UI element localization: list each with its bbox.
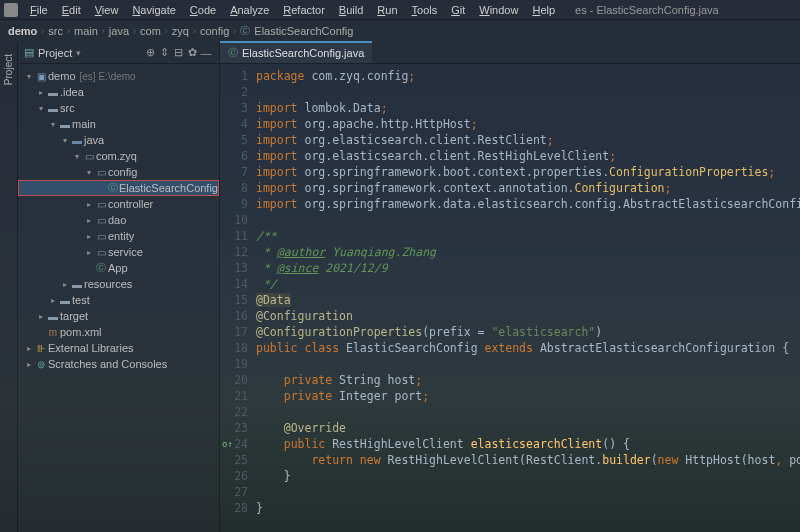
code-line[interactable]: return new RestHighLevelClient(RestClien… [256,452,800,468]
menu-analyze[interactable]: Analyze [224,2,275,18]
tree-arrow-icon[interactable]: ▸ [84,232,94,241]
code-line[interactable]: package com.zyq.config; [256,68,800,84]
tree-arrow-icon[interactable]: ▸ [24,344,34,353]
code-line[interactable]: @ConfigurationProperties(prefix = "elast… [256,324,800,340]
code-line[interactable]: /** [256,228,800,244]
tree-item-controller[interactable]: ▸▭ controller [18,196,219,212]
tree-arrow-icon[interactable]: ▸ [36,88,46,97]
code-line[interactable]: */ [256,276,800,292]
override-gutter-icon[interactable]: o↑ [222,436,233,452]
code-line[interactable] [256,404,800,420]
tree-arrow-icon[interactable]: ▸ [48,296,58,305]
menu-code[interactable]: Code [184,2,222,18]
tree-arrow-icon[interactable]: ▸ [84,200,94,209]
select-opened-icon[interactable]: ⊕ [143,46,157,59]
project-tree[interactable]: ▾▣ demo[es] E:\demo▸▬ .idea▾▬ src▾▬ main… [18,64,219,532]
menu-help[interactable]: Help [526,2,561,18]
tree-item-main[interactable]: ▾▬ main [18,116,219,132]
expand-all-icon[interactable]: ⇕ [157,46,171,59]
breadcrumb-seg[interactable]: java [109,25,129,37]
app-icon [4,3,18,17]
menu-build[interactable]: Build [333,2,369,18]
tree-item-dao[interactable]: ▸▭ dao [18,212,219,228]
window-title: es - ElasticSearchConfig.java [575,4,719,16]
dropdown-icon[interactable]: ▾ [76,48,81,58]
tree-arrow-icon[interactable]: ▾ [36,104,46,113]
code-line[interactable] [256,212,800,228]
tree-item-service[interactable]: ▸▭ service [18,244,219,260]
code-line[interactable]: import org.springframework.boot.context.… [256,164,800,180]
code-line[interactable]: import org.springframework.context.annot… [256,180,800,196]
code-line[interactable]: import org.elasticsearch.client.RestClie… [256,132,800,148]
settings-icon[interactable]: ✿ [185,46,199,59]
breadcrumb-seg[interactable]: main [74,25,98,37]
tree-item-app[interactable]: Ⓒ App [18,260,219,276]
editor-tab-active[interactable]: Ⓒ ElasticSearchConfig.java [220,41,372,63]
tree-item-config[interactable]: ▾▭ config [18,164,219,180]
code-line[interactable]: @Configuration [256,308,800,324]
tree-item-pom-xml[interactable]: m pom.xml [18,324,219,340]
breadcrumb-seg[interactable]: demo [8,25,37,37]
tree-item-target[interactable]: ▸▬ target [18,308,219,324]
code-line[interactable]: * @author Yuanqiang.Zhang [256,244,800,260]
tree-arrow-icon[interactable]: ▾ [24,72,34,81]
tree-item-scratches-and-consoles[interactable]: ▸⊚ Scratches and Consoles [18,356,219,372]
hide-icon[interactable]: — [199,47,213,59]
code-line[interactable] [256,356,800,372]
tree-arrow-icon[interactable]: ▸ [36,312,46,321]
line-number: 17 [220,324,248,340]
menu-window[interactable]: Window [473,2,524,18]
menu-view[interactable]: View [89,2,125,18]
project-tool-tab[interactable]: Project [1,48,16,91]
menu-git[interactable]: Git [445,2,471,18]
code-body[interactable]: package com.zyq.config;import lombok.Dat… [256,64,800,532]
menu-file[interactable]: File [24,2,54,18]
code-editor[interactable]: 123456789101112131415161718192021222324o… [220,64,800,532]
code-line[interactable] [256,484,800,500]
menu-tools[interactable]: Tools [406,2,444,18]
code-line[interactable]: * @since 2021/12/9 [256,260,800,276]
code-line[interactable]: public RestHighLevelClient elasticsearch… [256,436,800,452]
tree-item-elasticsearchconfig[interactable]: Ⓒ ElasticSearchConfig [18,180,219,196]
code-line[interactable]: private String host; [256,372,800,388]
code-line[interactable]: import org.springframework.data.elastics… [256,196,800,212]
tree-item-com-zyq[interactable]: ▾▭ com.zyq [18,148,219,164]
tree-arrow-icon[interactable]: ▸ [84,216,94,225]
menu-run[interactable]: Run [371,2,403,18]
tree-item--idea[interactable]: ▸▬ .idea [18,84,219,100]
tree-item-java[interactable]: ▾▬ java [18,132,219,148]
folder-icon: ▬ [46,87,60,98]
code-line[interactable]: import lombok.Data; [256,100,800,116]
tree-arrow-icon[interactable]: ▾ [72,152,82,161]
menu-edit[interactable]: Edit [56,2,87,18]
code-line[interactable] [256,84,800,100]
code-line[interactable]: import org.elasticsearch.client.RestHigh… [256,148,800,164]
tree-arrow-icon[interactable]: ▸ [60,280,70,289]
code-line[interactable]: @Override [256,420,800,436]
tree-item-src[interactable]: ▾▬ src [18,100,219,116]
code-line[interactable]: private Integer port; [256,388,800,404]
breadcrumb-seg[interactable]: ElasticSearchConfig [254,25,353,37]
tree-item-demo[interactable]: ▾▣ demo[es] E:\demo [18,68,219,84]
tree-item-resources[interactable]: ▸▬ resources [18,276,219,292]
menu-refactor[interactable]: Refactor [277,2,331,18]
tree-item-test[interactable]: ▸▬ test [18,292,219,308]
code-line[interactable]: import org.apache.http.HttpHost; [256,116,800,132]
code-line[interactable]: public class ElasticSearchConfig extends… [256,340,800,356]
tree-arrow-icon[interactable]: ▾ [48,120,58,129]
code-line[interactable]: } [256,468,800,484]
tree-arrow-icon[interactable]: ▸ [24,360,34,369]
tree-item-external-libraries[interactable]: ▸⊪ External Libraries [18,340,219,356]
collapse-all-icon[interactable]: ⊟ [171,46,185,59]
breadcrumb-seg[interactable]: zyq [172,25,189,37]
tree-arrow-icon[interactable]: ▾ [60,136,70,145]
breadcrumb-seg[interactable]: config [200,25,229,37]
code-line[interactable]: } [256,500,800,516]
breadcrumb-seg[interactable]: src [48,25,63,37]
tree-arrow-icon[interactable]: ▸ [84,248,94,257]
breadcrumb-seg[interactable]: com [140,25,161,37]
menu-navigate[interactable]: Navigate [126,2,181,18]
code-line[interactable]: @Data [256,292,800,308]
tree-arrow-icon[interactable]: ▾ [84,168,94,177]
tree-item-entity[interactable]: ▸▭ entity [18,228,219,244]
